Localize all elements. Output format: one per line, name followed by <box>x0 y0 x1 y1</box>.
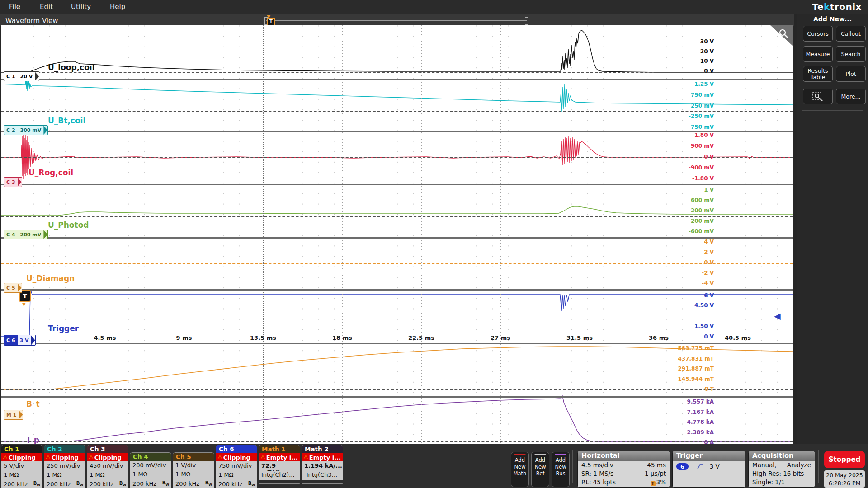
channel-badge-ch1[interactable]: Ch 1⚠Clipping5 V/div1 MΩ200 kHzBW <box>1 445 42 488</box>
callout-button[interactable]: Callout <box>836 26 866 42</box>
tag-c6[interactable]: C 6 3 V <box>4 335 36 346</box>
record-view-bar[interactable] <box>266 20 527 21</box>
stopped-status-button[interactable]: Stopped <box>824 451 865 468</box>
badge-title: Math 2 <box>302 445 343 453</box>
warning-icon: ⚠ <box>260 454 265 460</box>
ref-color-bar <box>534 454 546 455</box>
acquisition-panel[interactable]: Acquisition Manual,Analyze High Res: 16 … <box>748 451 815 488</box>
badge-row: 200 kHzBW <box>173 479 214 488</box>
tag-m1-id: M 1 <box>4 410 19 419</box>
channel-label-m2[interactable]: I_p <box>27 436 39 445</box>
time-axis-label: 9 ms <box>168 334 200 341</box>
badge-row: 72.9 mT/div <box>259 461 300 471</box>
menu-help[interactable]: Help <box>110 3 125 11</box>
badge-title: Ch 5 <box>173 453 214 461</box>
channel-badge-ch2[interactable]: Ch 2⚠Clipping250 mV/div1 MΩ200 kHzBW <box>44 445 85 488</box>
badge-warning: ⚠Clipping <box>44 453 85 461</box>
channel-label-c2[interactable]: U_Bt,coil <box>48 116 85 125</box>
tag-c2[interactable]: C 2 300 mV <box>4 125 48 135</box>
horizontal-panel[interactable]: Horizontal 4.5 ms/div45 ms SR: 1 MS/s1 µ… <box>577 451 670 488</box>
tag-c1-scale: 20 V <box>18 72 35 81</box>
badge-row: 1.194 kA/... <box>302 461 343 471</box>
badge-row: 200 kHzBW <box>1 480 42 488</box>
waveform-graticule[interactable]: 30 V20 V10 V0 V1.25 V750 mV250 mV-250 mV… <box>1 25 793 444</box>
tag-c1[interactable]: C 1 20 V <box>4 71 39 81</box>
slice-divider <box>1 184 793 185</box>
tag-c4-scale: 200 mV <box>18 230 44 239</box>
measure-button[interactable]: Measure <box>803 46 833 62</box>
channel-badge-ch5[interactable]: Ch 51 V/div1 MΩ200 kHzBW <box>173 452 214 488</box>
axis-tick-label: 200 mV <box>691 207 714 214</box>
plot-button[interactable]: Plot <box>836 66 866 82</box>
bottom-separator-3 <box>818 450 819 483</box>
tag-c5[interactable]: C 5 <box>4 283 22 293</box>
zero-reference-line <box>1 111 793 112</box>
bandwidth-icon: BW <box>205 480 212 487</box>
channel-label-c4[interactable]: U_Photod <box>48 221 89 230</box>
add-new-ref-button[interactable]: AddNewRef <box>531 452 549 487</box>
axis-tick-label: 10 V <box>700 58 714 64</box>
cursors-button[interactable]: Cursors <box>803 26 833 42</box>
more-button[interactable]: More... <box>836 89 866 104</box>
tag-m1[interactable]: M 1 <box>4 410 23 420</box>
zero-reference-line <box>1 157 793 158</box>
bus-color-bar <box>555 454 566 455</box>
horizontal-trigger-pos: 3% <box>656 479 666 486</box>
add-new-math-button[interactable]: AddNewMath <box>511 452 529 487</box>
trigger-source-badge: 6 <box>676 463 689 470</box>
warning-icon: ⚠ <box>46 454 51 460</box>
badge-title: Math 1 <box>259 445 300 453</box>
axis-tick-label: 6 V <box>704 292 714 299</box>
badge-warning: ⚠Clipping <box>87 453 128 461</box>
slice-divider <box>1 396 793 398</box>
zoom-select-icon <box>812 92 824 102</box>
major-gridline <box>500 25 501 444</box>
results-table-button[interactable]: Results Table <box>803 66 833 82</box>
tag-c2-id: C 2 <box>4 126 18 135</box>
axis-tick-label: -4 V <box>702 280 714 286</box>
major-gridline <box>263 25 264 444</box>
channel-badge-ch4[interactable]: Ch 4200 mV/div1 MΩ200 kHzBW <box>130 452 171 488</box>
bottom-separator-1 <box>503 450 503 483</box>
channel-badge-ch6[interactable]: Ch 6⚠Clipping750 mV/div1 MΩ200 kHzBW <box>216 445 257 488</box>
axis-tick-label: 0 T <box>704 386 714 392</box>
channel-badge-math2[interactable]: Math 2⚠Empty i...1.194 kA/...-Intg(Ch3..… <box>302 445 343 484</box>
trigger-level-arrow-icon[interactable]: ◀ <box>774 311 781 321</box>
badge-row: 200 mV/div <box>130 461 171 470</box>
channel-label-c5[interactable]: U_Diamagn <box>26 274 75 283</box>
badge-warning: ⚠Empty i... <box>259 453 300 461</box>
channel-label-m1[interactable]: B_t <box>26 399 40 408</box>
channel-badge-math1[interactable]: Math 1⚠Empty i...72.9 mT/divIntg(Ch2)... <box>259 445 300 484</box>
waveform-view-titlebar: Waveform View ▼ T <box>0 14 794 26</box>
axis-tick-label: -2 V <box>702 270 714 276</box>
trace-c4 <box>1 206 793 216</box>
menu-utility[interactable]: Utility <box>71 3 91 11</box>
zero-reference-line <box>1 389 793 390</box>
time-axis-label: 18 ms <box>326 334 358 341</box>
trigger-time-marker-tip-icon: ▼ <box>22 302 26 307</box>
zoom-tool-button[interactable] <box>803 89 833 104</box>
channel-badge-ch3[interactable]: Ch 3⚠Clipping450 mV/div1 MΩ200 kHzBW <box>87 445 128 488</box>
channel-label-c3[interactable]: U_Rog,coil <box>28 168 73 177</box>
channel-label-c6[interactable]: Trigger <box>48 324 79 333</box>
badge-row: 1 MΩ <box>130 470 171 480</box>
horizontal-window: 45 ms <box>647 461 666 469</box>
axis-tick-label: 30 V <box>700 38 714 45</box>
add-new-bus-button[interactable]: AddNewBus <box>552 452 570 487</box>
trace-c2 <box>1 78 793 112</box>
trace-m2 <box>1 396 793 442</box>
channel-label-c1[interactable]: U_loop,coil <box>48 63 95 72</box>
axis-tick-label: 583.775 mT <box>678 345 714 352</box>
search-button[interactable]: Search <box>836 46 866 62</box>
menu-file[interactable]: File <box>9 3 20 11</box>
slice-divider <box>1 289 793 291</box>
tag-c3[interactable]: C 3 <box>4 177 22 187</box>
badge-title: Ch 2 <box>44 445 85 453</box>
axis-tick-label: 7.167 kA <box>687 409 714 415</box>
axis-tick-label: -750 mV <box>689 124 714 130</box>
tag-c4[interactable]: C 4 200 mV <box>4 230 48 239</box>
menu-edit[interactable]: Edit <box>40 3 53 11</box>
trigger-panel[interactable]: Trigger 6 3 V <box>672 451 745 488</box>
axis-tick-label: -1.80 V <box>692 175 714 182</box>
slice-divider <box>1 343 793 344</box>
